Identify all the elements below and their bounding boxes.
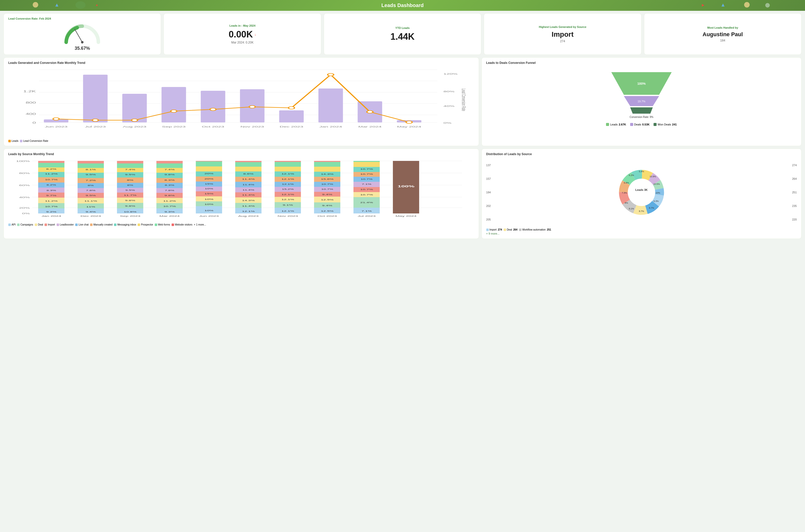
svg-text:6.2%: 6.2% <box>629 174 634 176</box>
svg-text:80%: 80% <box>444 90 454 93</box>
funnel-won-value: 241 <box>672 123 677 126</box>
svg-text:7.1%: 7.1% <box>362 183 371 185</box>
svg-text:10.7%: 10.7% <box>45 178 58 180</box>
svg-text:15%: 15% <box>205 183 213 185</box>
funnel-leads-value: 2.67K <box>619 123 626 126</box>
kpi-row: Lead Conversion Rate: Feb 2024 35.67% L <box>3 13 802 55</box>
funnel-deals-label: Deals <box>634 123 641 126</box>
svg-text:12.1%: 12.1% <box>281 178 294 180</box>
legend-api: API <box>8 223 16 226</box>
dl-workflow-label: Workflow automation <box>522 228 546 231</box>
svg-text:Oct 2023: Oct 2023 <box>317 215 337 217</box>
svg-text:11.4%: 11.4% <box>242 205 255 207</box>
svg-text:Jun 2023: Jun 2023 <box>199 215 219 217</box>
svg-rect-217 <box>314 162 340 167</box>
svg-text:12.1%: 12.1% <box>242 210 255 212</box>
svg-rect-95 <box>77 161 104 164</box>
svg-text:10.7%: 10.7% <box>321 188 333 190</box>
svg-text:10.7%: 10.7% <box>360 173 373 175</box>
donut-label-274: 274 <box>792 164 797 167</box>
svg-text:11.2%: 11.2% <box>163 200 176 202</box>
donut-label-220: 220 <box>792 218 797 221</box>
combo-chart-title: Leads Generated and Conversion Rate Mont… <box>8 61 474 64</box>
svg-text:10.7%: 10.7% <box>163 205 176 207</box>
legend-livechat: Live chat <box>75 223 89 226</box>
funnel-legend: Leads 2.67K Deals 0.53K Won Deals 241 <box>606 123 677 126</box>
svg-text:9.5%: 9.5% <box>86 194 96 196</box>
legend-website: Website visitors <box>172 223 192 226</box>
svg-text:20%: 20% <box>205 178 213 180</box>
stacked-legend: API Campaigns Deal Import Leadbooster <box>8 223 474 226</box>
svg-text:9.7%: 9.7% <box>46 194 57 196</box>
svg-text:Dec 2023: Dec 2023 <box>280 126 303 128</box>
svg-text:10.9%: 10.9% <box>650 175 656 178</box>
svg-text:12.5%: 12.5% <box>321 198 333 201</box>
svg-text:Sep 2023: Sep 2023 <box>162 126 186 128</box>
donut-svg: Leads 3K 10.9% 10.5% 10% 9.3% 8.7% 8.7% … <box>614 165 669 220</box>
svg-text:11.2%: 11.2% <box>45 173 58 175</box>
svg-text:100%: 100% <box>637 82 646 86</box>
dl-deal-label: Deal <box>507 228 512 231</box>
funnel-deals: Deals 0.53K <box>630 123 650 126</box>
svg-text:Leads 3K: Leads 3K <box>635 188 648 191</box>
svg-text:7.8%: 7.8% <box>165 189 174 191</box>
svg-text:8.3%: 8.3% <box>165 179 175 181</box>
svg-text:11.2%: 11.2% <box>45 200 58 202</box>
svg-text:8.2%: 8.2% <box>46 184 56 186</box>
svg-marker-51 <box>630 107 653 114</box>
legend-prospector: Prospector <box>137 223 153 226</box>
svg-text:Mar 2024: Mar 2024 <box>160 215 180 217</box>
svg-rect-198 <box>275 161 301 162</box>
svg-text:Jul 2023: Jul 2023 <box>357 215 376 217</box>
kpi-source-label: Highest Leads Generated by Source <box>539 25 586 28</box>
svg-rect-19 <box>318 89 343 122</box>
legend-campaigns: Campaigns <box>17 223 33 226</box>
donut-label-202: 202 <box>486 204 491 207</box>
svg-point-22 <box>53 118 59 120</box>
svg-text:8.6%: 8.6% <box>243 173 254 175</box>
svg-text:11.1%: 11.1% <box>84 200 97 202</box>
legend-campaigns-label: Campaigns <box>20 223 33 226</box>
svg-text:12.5%: 12.5% <box>321 210 333 212</box>
funnel-won-label: Won Deals <box>658 123 671 126</box>
legend-import: Import <box>44 223 55 226</box>
svg-point-1 <box>81 41 83 43</box>
dl-import-label: Import <box>489 228 497 231</box>
svg-text:9.4%: 9.4% <box>322 204 332 206</box>
svg-text:Nov 2023: Nov 2023 <box>241 126 264 128</box>
svg-text:Aug 2023: Aug 2023 <box>123 126 146 128</box>
legend-messaging: Messaging inbox <box>114 223 136 226</box>
kpi-ytd-value: 1.44K <box>390 32 415 42</box>
legend-deal: Deal <box>35 223 43 226</box>
svg-text:7.8%: 7.8% <box>86 189 96 191</box>
svg-text:40%: 40% <box>19 196 30 198</box>
svg-rect-16 <box>201 91 225 122</box>
donut-more[interactable]: + 9 more... <box>486 232 797 235</box>
gauge-svg <box>62 22 102 45</box>
kpi-highest-source: Highest Leads Generated by Source Import… <box>484 13 641 55</box>
svg-point-262 <box>628 179 655 206</box>
legend-conversion-label: Lead Conversion Rate <box>23 139 48 142</box>
svg-rect-196 <box>275 167 301 171</box>
svg-text:10%: 10% <box>205 188 213 190</box>
donut-label-205: 205 <box>486 218 491 221</box>
legend-webforms: Web forms <box>155 223 170 226</box>
svg-text:40%: 40% <box>444 105 454 107</box>
svg-text:15.6%: 15.6% <box>321 178 333 180</box>
kpi-leads-in-label: Leads in : May 2024 <box>229 24 255 27</box>
svg-text:6.6%: 6.6% <box>624 182 629 184</box>
svg-text:9.8%: 9.8% <box>125 200 135 202</box>
svg-text:9.4%: 9.4% <box>86 211 96 213</box>
svg-text:11.4%: 11.4% <box>243 189 254 191</box>
svg-rect-94 <box>77 164 104 168</box>
dl-deal: Deal 264 <box>504 228 518 231</box>
svg-point-30 <box>367 111 373 113</box>
legend-leads: Leads <box>8 139 18 142</box>
svg-text:21.4%: 21.4% <box>360 202 373 203</box>
svg-text:9.5%: 9.5% <box>86 173 96 175</box>
svg-text:60%: 60% <box>19 184 30 187</box>
svg-text:80%: 80% <box>19 172 30 174</box>
svg-text:10.7%: 10.7% <box>360 168 373 170</box>
kpi-most-handled: Most Leads Handled by Augustine Paul 184 <box>644 13 802 55</box>
svg-point-25 <box>171 110 177 112</box>
